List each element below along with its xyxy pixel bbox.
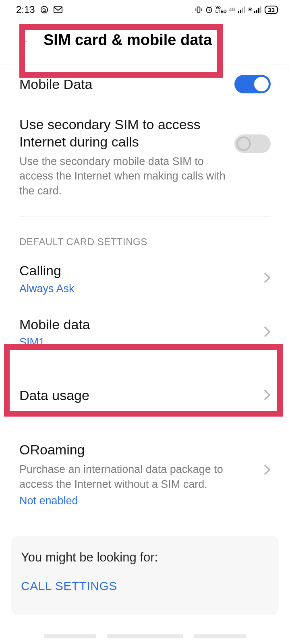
page-header: ← SIM card & mobile data — [0, 19, 290, 64]
oroaming-desc: Purchase an international data package t… — [19, 462, 253, 491]
battery-icon: 33 — [265, 6, 278, 14]
suggestion-title: You might be looking for: — [21, 550, 269, 565]
svg-rect-9 — [256, 10, 257, 13]
divider-3 — [19, 526, 271, 526]
oroaming-label: ORoaming — [19, 441, 253, 458]
chevron-right-icon — [263, 326, 271, 339]
section-default-card: DEFAULT CARD SETTINGS — [0, 225, 290, 252]
android-nav-bar — [0, 633, 290, 644]
svg-point-0 — [41, 6, 48, 13]
roaming-r-icon: R — [249, 7, 252, 12]
nav-back[interactable] — [194, 634, 246, 638]
chevron-right-icon — [263, 272, 271, 285]
whatsapp-icon — [40, 5, 49, 14]
calling-label: Calling — [19, 262, 253, 279]
svg-rect-4 — [238, 11, 239, 13]
chevron-right-icon — [263, 389, 271, 402]
secondary-sim-desc: Use the secondary mobile data SIM to acc… — [19, 154, 226, 198]
gmail-icon — [54, 6, 62, 13]
status-time: 2:13 — [16, 4, 35, 15]
suggestion-card: You might be looking for: CALL SETTINGS — [11, 536, 279, 615]
row-mobile-data[interactable]: Mobile Data — [0, 64, 290, 104]
signal-bars2-icon — [254, 6, 262, 13]
svg-rect-1 — [54, 7, 62, 13]
nav-recent[interactable] — [44, 634, 96, 638]
nav-home[interactable] — [107, 634, 183, 638]
row-oroaming[interactable]: ORoaming Purchase an international data … — [0, 427, 290, 518]
svg-rect-7 — [244, 6, 245, 13]
signal-bars-icon — [238, 6, 246, 13]
mobile-data-default-value: SIM1 — [19, 336, 253, 349]
divider-1 — [19, 217, 271, 217]
mobile-data-toggle[interactable] — [234, 75, 271, 93]
secondary-sim-toggle[interactable] — [234, 134, 271, 153]
suggestion-link-call-settings[interactable]: CALL SETTINGS — [21, 579, 269, 593]
mobile-data-label: Mobile Data — [19, 76, 226, 93]
calling-value: Always Ask — [19, 283, 253, 295]
chevron-right-icon — [263, 464, 271, 477]
back-arrow-icon[interactable]: ← — [16, 33, 30, 47]
network-4g-icon: 4G — [229, 7, 236, 12]
svg-rect-11 — [260, 6, 261, 13]
mobile-data-default-label: Mobile data — [19, 316, 253, 333]
alarm-icon — [205, 6, 213, 14]
svg-rect-8 — [254, 11, 255, 13]
data-usage-label: Data usage — [19, 387, 253, 404]
page-title: SIM card & mobile data — [44, 31, 212, 49]
oroaming-value: Not enabled — [19, 495, 253, 507]
volte-icon: VoLTED — [215, 6, 227, 14]
row-calling[interactable]: Calling Always Ask — [0, 252, 290, 305]
svg-rect-10 — [258, 8, 259, 13]
vibrate-icon — [195, 6, 203, 14]
status-bar: 2:13 VoLTED 4G R 33 — [0, 0, 290, 19]
svg-rect-2 — [197, 7, 200, 12]
row-mobile-data-default[interactable]: Mobile data SIM1 — [0, 305, 290, 359]
svg-rect-6 — [242, 8, 243, 13]
svg-rect-5 — [240, 10, 241, 13]
secondary-sim-label: Use secondary SIM to access Internet dur… — [19, 116, 226, 150]
row-data-usage[interactable]: Data usage — [0, 364, 290, 427]
row-secondary-sim[interactable]: Use secondary SIM to access Internet dur… — [0, 104, 290, 208]
